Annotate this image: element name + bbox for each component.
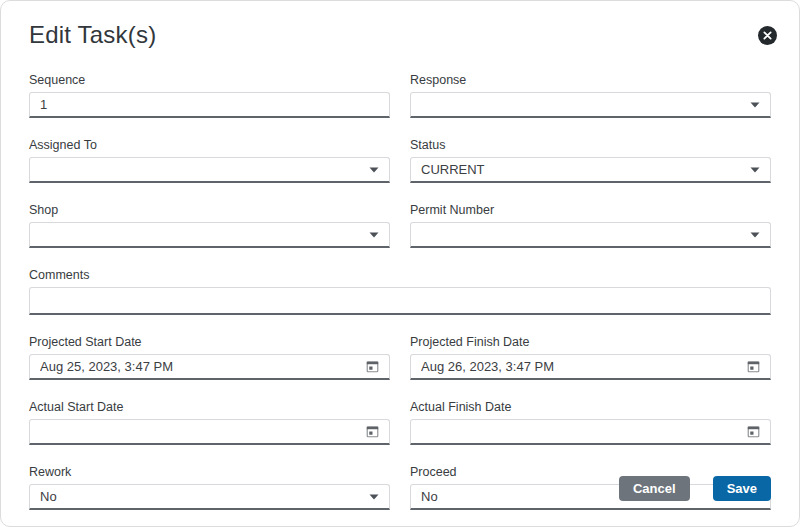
rework-value: No xyxy=(40,489,363,504)
actual-start-date-input[interactable] xyxy=(29,419,390,445)
permit-number-label: Permit Number xyxy=(410,203,771,217)
edit-task-form: Sequence Response Assigned To xyxy=(29,73,771,510)
field-status: Status CURRENT xyxy=(410,138,771,183)
response-label: Response xyxy=(410,73,771,87)
save-button[interactable]: Save xyxy=(713,476,771,501)
caret-down-icon xyxy=(369,167,379,173)
actual-start-date-label: Actual Start Date xyxy=(29,400,390,414)
actual-finish-date-label: Actual Finish Date xyxy=(410,400,771,414)
calendar-icon[interactable] xyxy=(747,360,760,373)
sequence-input[interactable] xyxy=(29,92,390,118)
sequence-label: Sequence xyxy=(29,73,390,87)
caret-down-icon xyxy=(369,232,379,238)
status-value: CURRENT xyxy=(421,162,744,177)
shop-label: Shop xyxy=(29,203,390,217)
caret-down-icon xyxy=(750,167,760,173)
assigned-to-label: Assigned To xyxy=(29,138,390,152)
close-icon xyxy=(763,31,772,40)
calendar-icon[interactable] xyxy=(747,425,760,438)
rework-dropdown[interactable]: No xyxy=(29,484,390,510)
comments-input[interactable] xyxy=(29,287,771,315)
response-dropdown[interactable] xyxy=(410,92,771,118)
field-projected-finish-date: Projected Finish Date Aug 26, 2023, 3:47… xyxy=(410,335,771,380)
caret-down-icon xyxy=(369,494,379,500)
dialog-footer: Cancel Save xyxy=(619,476,771,501)
close-button[interactable] xyxy=(758,26,777,45)
projected-start-date-value: Aug 25, 2023, 3:47 PM xyxy=(40,359,360,374)
caret-down-icon xyxy=(750,232,760,238)
field-sequence: Sequence xyxy=(29,73,390,118)
field-permit-number: Permit Number xyxy=(410,203,771,248)
caret-down-icon xyxy=(750,102,760,108)
status-label: Status xyxy=(410,138,771,152)
edit-task-dialog: Edit Task(s) Sequence Response xyxy=(0,0,800,527)
projected-start-date-label: Projected Start Date xyxy=(29,335,390,349)
permit-number-dropdown[interactable] xyxy=(410,222,771,248)
shop-dropdown[interactable] xyxy=(29,222,390,248)
field-projected-start-date: Projected Start Date Aug 25, 2023, 3:47 … xyxy=(29,335,390,380)
status-dropdown[interactable]: CURRENT xyxy=(410,157,771,183)
field-rework: Rework No xyxy=(29,465,390,510)
comments-label: Comments xyxy=(29,268,771,282)
field-comments: Comments xyxy=(29,268,771,315)
calendar-icon[interactable] xyxy=(366,425,379,438)
dialog-header: Edit Task(s) xyxy=(29,21,771,49)
field-shop: Shop xyxy=(29,203,390,248)
projected-finish-date-input[interactable]: Aug 26, 2023, 3:47 PM xyxy=(410,354,771,380)
calendar-icon[interactable] xyxy=(366,360,379,373)
projected-finish-date-value: Aug 26, 2023, 3:47 PM xyxy=(421,359,741,374)
rework-label: Rework xyxy=(29,465,390,479)
projected-finish-date-label: Projected Finish Date xyxy=(410,335,771,349)
field-actual-finish-date: Actual Finish Date xyxy=(410,400,771,445)
dialog-title: Edit Task(s) xyxy=(29,21,156,49)
actual-finish-date-input[interactable] xyxy=(410,419,771,445)
projected-start-date-input[interactable]: Aug 25, 2023, 3:47 PM xyxy=(29,354,390,380)
cancel-button[interactable]: Cancel xyxy=(619,476,690,501)
field-assigned-to: Assigned To xyxy=(29,138,390,183)
assigned-to-dropdown[interactable] xyxy=(29,157,390,183)
field-actual-start-date: Actual Start Date xyxy=(29,400,390,445)
field-response: Response xyxy=(410,73,771,118)
